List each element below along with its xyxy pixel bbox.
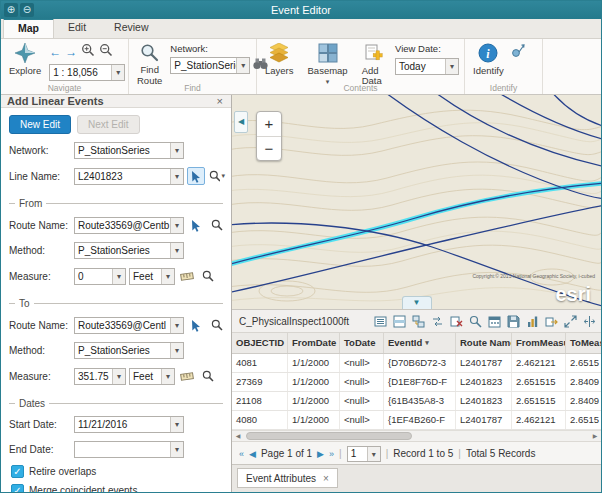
network-select[interactable]: P_StationSeries ▾: [74, 142, 184, 159]
select-to-route-icon[interactable]: [187, 316, 205, 334]
horizontal-scrollbar[interactable]: ◀ ▶: [232, 430, 601, 441]
basemap-button[interactable]: Basemap ▾: [305, 42, 351, 88]
chevron-down-icon[interactable]: ▾: [170, 318, 183, 333]
tab-edit[interactable]: Edit: [54, 18, 100, 38]
statistics-icon[interactable]: [525, 314, 539, 328]
view-date-select[interactable]: Today ▾: [395, 58, 459, 75]
from-measure-input[interactable]: 0 ▾: [74, 268, 126, 285]
chevron-down-icon[interactable]: ▾: [170, 218, 183, 233]
chevron-down-icon[interactable]: ▾: [170, 417, 183, 432]
find-route-button[interactable]: Find Route: [134, 42, 165, 87]
calendar-icon[interactable]: [487, 314, 501, 328]
zoom-to-to-route-icon[interactable]: [208, 316, 226, 334]
next-extent-icon[interactable]: →: [65, 46, 77, 58]
column-header[interactable]: ToMeasure: [566, 333, 601, 353]
tab-event-attributes[interactable]: Event Attributes ×: [237, 468, 338, 488]
from-method-select[interactable]: P_StationSeries ▾: [74, 242, 184, 259]
previous-extent-icon[interactable]: ←: [49, 46, 61, 58]
from-route-name-select[interactable]: Route33569@Centb ▾: [74, 217, 184, 234]
scroll-left-icon[interactable]: ◀: [232, 431, 244, 441]
select-line-on-map-icon[interactable]: [187, 167, 205, 185]
export-icon[interactable]: [544, 314, 558, 328]
zoom-to-from-measure-icon[interactable]: [199, 267, 217, 285]
identify-route-icon[interactable]: [511, 44, 525, 77]
zoom-to-line-icon[interactable]: ▾: [208, 167, 226, 185]
layers-button[interactable]: Layers: [262, 42, 297, 77]
merge-coincident-checkbox[interactable]: ✓: [11, 484, 24, 493]
retire-overlaps-checkbox[interactable]: ✓: [11, 465, 24, 478]
zoom-out-icon[interactable]: ⊖: [20, 3, 34, 17]
options-menu-icon[interactable]: [373, 314, 387, 328]
column-header[interactable]: FromMeasure: [512, 333, 566, 353]
add-data-button[interactable]: Add Data: [359, 42, 387, 87]
chevron-down-icon[interactable]: ▾: [111, 65, 124, 80]
map-view[interactable]: ◀ + − ▼ Copyright:© 2013 National Geogra…: [232, 95, 601, 309]
to-route-name-select[interactable]: Route33569@Centl ▾: [74, 317, 184, 334]
table-row[interactable]: 211081/1/2000<null>{61B435A8-3L24018232.…: [232, 392, 601, 411]
scrollbar-thumb[interactable]: [246, 432, 412, 440]
next-page-icon[interactable]: ▶: [317, 449, 324, 459]
zoom-to-from-route-icon[interactable]: [208, 216, 226, 234]
table-row[interactable]: 273691/1/2000<null>{D1E8F76D-FL24018232.…: [232, 373, 601, 392]
clear-selection-icon[interactable]: [449, 314, 463, 328]
line-name-select[interactable]: L2401823 ▾: [74, 168, 184, 185]
zoom-in-icon[interactable]: ⊕: [4, 3, 18, 17]
to-measure-tool-icon[interactable]: [178, 367, 196, 385]
ribbon-network-select[interactable]: P_StationSeries ▾: [170, 57, 250, 74]
chevron-down-icon[interactable]: ▾: [112, 269, 125, 284]
close-icon[interactable]: ×: [215, 95, 225, 107]
next-edit-button[interactable]: Next Edit: [77, 115, 140, 134]
dock-table-icon[interactable]: [582, 314, 596, 328]
chevron-down-icon[interactable]: ▾: [170, 143, 183, 158]
zoom-to-to-measure-icon[interactable]: [199, 367, 217, 385]
map-zoom-in-button[interactable]: +: [257, 112, 281, 136]
map-zoom-out-button[interactable]: −: [257, 136, 281, 160]
chevron-down-icon[interactable]: ▾: [236, 58, 249, 73]
chevron-down-icon[interactable]: ▾: [170, 442, 183, 457]
switch-selection-icon[interactable]: [430, 314, 444, 328]
scroll-right-icon[interactable]: ▶: [589, 431, 601, 441]
column-header[interactable]: Route Name: [456, 333, 512, 353]
first-page-icon[interactable]: «: [239, 449, 244, 459]
table-row[interactable]: 40811/1/2000<null>{D70B6D72-3L24017872.4…: [232, 354, 601, 373]
related-records-icon[interactable]: [411, 314, 425, 328]
column-header[interactable]: EventId▾: [384, 333, 456, 353]
explore-button[interactable]: Explore: [6, 42, 44, 81]
chevron-down-icon[interactable]: ▾: [161, 369, 174, 384]
last-page-icon[interactable]: »: [329, 449, 334, 459]
from-measure-unit-select[interactable]: Feet ▾: [129, 268, 175, 285]
zoom-to-selection-icon[interactable]: [468, 314, 482, 328]
chevron-down-icon[interactable]: ▾: [112, 369, 125, 384]
from-measure-tool-icon[interactable]: [178, 267, 196, 285]
page-number-select[interactable]: 1 ▾: [347, 446, 381, 462]
save-edits-icon[interactable]: [506, 314, 520, 328]
column-header[interactable]: OBJECTID: [232, 333, 288, 353]
to-measure-input[interactable]: 351.75 ▾: [74, 368, 126, 385]
chevron-down-icon[interactable]: ▾: [367, 447, 380, 461]
close-icon[interactable]: ×: [323, 473, 329, 484]
expand-table-icon[interactable]: [563, 314, 577, 328]
to-measure-unit-select[interactable]: Feet ▾: [129, 368, 175, 385]
collapse-panel-icon[interactable]: ◀: [234, 111, 248, 133]
start-date-input[interactable]: 11/21/2016 ▾: [74, 416, 184, 433]
new-edit-button[interactable]: New Edit: [9, 115, 71, 134]
scale-select[interactable]: 1 : 18,056 ▾: [49, 64, 125, 81]
table-row[interactable]: 40801/1/2000<null>{1EF4B260-FL24017872.4…: [232, 411, 601, 430]
chevron-down-icon[interactable]: ▾: [445, 59, 458, 74]
show-selected-records-icon[interactable]: [392, 314, 406, 328]
chevron-down-icon[interactable]: ▾: [170, 343, 183, 358]
chevron-down-icon[interactable]: ▾: [170, 169, 183, 184]
end-date-input[interactable]: ▾: [74, 441, 184, 458]
previous-page-icon[interactable]: ◀: [249, 449, 256, 459]
tab-review[interactable]: Review: [100, 18, 162, 38]
zoom-in-tool-icon[interactable]: [81, 43, 95, 61]
select-from-route-icon[interactable]: [187, 216, 205, 234]
tab-map[interactable]: Map: [3, 18, 54, 38]
collapse-table-icon[interactable]: ▼: [402, 296, 432, 309]
identify-button[interactable]: i Identify: [470, 42, 507, 77]
zoom-out-tool-icon[interactable]: [99, 43, 113, 61]
chevron-down-icon[interactable]: ▾: [161, 269, 174, 284]
column-header[interactable]: FromDate: [288, 333, 340, 353]
to-method-select[interactable]: P_StationSeries ▾: [74, 342, 184, 359]
chevron-down-icon[interactable]: ▾: [170, 243, 183, 258]
